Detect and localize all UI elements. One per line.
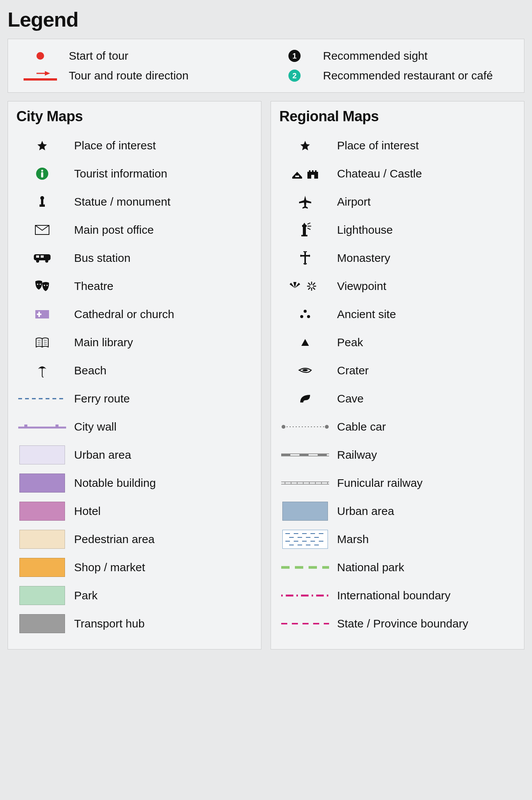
notable-swatch-icon bbox=[16, 474, 69, 493]
legend-label: Ancient site bbox=[337, 308, 516, 321]
svg-point-23 bbox=[46, 285, 48, 286]
legend-label: Statue / monument bbox=[74, 195, 253, 209]
park-swatch-icon bbox=[16, 586, 69, 605]
svg-line-43 bbox=[307, 223, 310, 224]
regional-item-state: State / Province boundary bbox=[277, 610, 518, 638]
regional-item-lighthouse: Lighthouse bbox=[277, 216, 518, 244]
start-dot-icon bbox=[19, 48, 61, 63]
info-icon bbox=[16, 164, 69, 183]
legend-label: Cable car bbox=[337, 420, 516, 434]
svg-point-64 bbox=[325, 425, 329, 429]
legend-label: Park bbox=[74, 589, 253, 602]
cablecar-line-icon bbox=[279, 417, 332, 436]
crater-icon bbox=[279, 361, 332, 380]
city-item-poi: Place of interest bbox=[14, 131, 255, 160]
svg-point-9 bbox=[41, 170, 43, 171]
legend-label: Urban area bbox=[337, 505, 516, 518]
regional-item-poi: Place of interest bbox=[277, 131, 518, 160]
legend-label: Peak bbox=[337, 336, 516, 349]
city-maps-panel: City Maps Place of interest Tourist info… bbox=[8, 101, 261, 650]
city-item-theatre: Theatre bbox=[14, 272, 255, 300]
legend-columns: City Maps Place of interest Tourist info… bbox=[8, 101, 524, 650]
svg-point-61 bbox=[302, 369, 308, 371]
legend-label: Bus station bbox=[74, 252, 253, 265]
national-park-line-icon bbox=[279, 558, 332, 577]
svg-line-28 bbox=[38, 342, 41, 342]
legend-item-start: Start of tour bbox=[19, 46, 258, 66]
svg-rect-17 bbox=[41, 255, 44, 258]
svg-rect-10 bbox=[41, 172, 43, 177]
legend-label: Shop / market bbox=[74, 561, 253, 574]
numbered-marker-teal-icon: 2 bbox=[274, 68, 315, 83]
castle-icon bbox=[279, 164, 332, 183]
svg-line-31 bbox=[44, 342, 47, 342]
city-item-transport: Transport hub bbox=[14, 610, 255, 638]
bus-icon bbox=[16, 249, 69, 268]
viewpoint-icon bbox=[279, 277, 332, 296]
legend-label: Start of tour bbox=[69, 49, 258, 62]
city-item-church: Cathedral or church bbox=[14, 300, 255, 328]
ferry-line-icon bbox=[16, 389, 69, 408]
svg-marker-5 bbox=[45, 71, 50, 76]
urban-swatch-icon bbox=[16, 445, 69, 464]
svg-text:1: 1 bbox=[292, 52, 296, 60]
svg-rect-16 bbox=[36, 255, 39, 258]
book-icon bbox=[16, 333, 69, 352]
legend-label: Ferry route bbox=[74, 392, 253, 406]
airplane-icon bbox=[279, 192, 332, 211]
legend-label: Cathedral or church bbox=[74, 308, 253, 321]
legend-label: Monastery bbox=[337, 252, 516, 265]
svg-marker-42 bbox=[303, 223, 306, 225]
shop-swatch-icon bbox=[16, 558, 69, 577]
svg-rect-37 bbox=[55, 425, 59, 428]
city-item-hotel: Hotel bbox=[14, 497, 255, 525]
regional-item-urban: Urban area bbox=[277, 497, 518, 525]
city-item-bus: Bus station bbox=[14, 244, 255, 272]
state-boundary-line-icon bbox=[279, 614, 332, 633]
city-item-urban: Urban area bbox=[14, 441, 255, 469]
legend-label: National park bbox=[337, 561, 516, 574]
svg-point-21 bbox=[40, 284, 41, 285]
regional-item-viewpoint: Viewpoint bbox=[277, 272, 518, 300]
svg-line-56 bbox=[313, 283, 315, 285]
funicular-line-icon bbox=[279, 474, 332, 493]
legend-label: Tour and route direction bbox=[69, 69, 258, 82]
legend-label: Transport hub bbox=[74, 617, 253, 630]
city-item-library: Main library bbox=[14, 328, 255, 356]
svg-point-58 bbox=[300, 315, 303, 318]
svg-point-20 bbox=[37, 284, 38, 285]
regional-maps-panel: Regional Maps Place of interest Cha bbox=[271, 101, 524, 650]
pedestrian-swatch-icon bbox=[16, 530, 69, 549]
lighthouse-icon bbox=[279, 220, 332, 239]
regional-item-crater: Crater bbox=[277, 356, 518, 385]
svg-line-30 bbox=[44, 340, 47, 341]
legend-label: Cave bbox=[337, 392, 516, 406]
regional-item-cave: Cave bbox=[277, 385, 518, 413]
legend-label: Lighthouse bbox=[337, 223, 516, 237]
svg-rect-26 bbox=[37, 314, 41, 315]
top-legend-panel: Start of tour 1 Recommended sight Tour a… bbox=[8, 39, 524, 93]
legend-label: Crater bbox=[337, 364, 516, 377]
regional-maps-heading: Regional Maps bbox=[279, 108, 518, 125]
legend-label: City wall bbox=[74, 420, 253, 434]
hotel-swatch-icon bbox=[16, 502, 69, 521]
legend-label: Chateau / Castle bbox=[337, 167, 516, 181]
statue-icon bbox=[16, 192, 69, 211]
svg-point-19 bbox=[45, 260, 48, 263]
legend-label: Beach bbox=[74, 364, 253, 377]
legend-label: Pedestrian area bbox=[74, 533, 253, 546]
svg-line-29 bbox=[38, 344, 41, 344]
city-item-statue: Statue / monument bbox=[14, 188, 255, 216]
page-title: Legend bbox=[8, 8, 524, 31]
legend-label: Recommended restaurant or café bbox=[323, 69, 513, 82]
envelope-icon bbox=[16, 220, 69, 239]
legend-label: Railway bbox=[337, 448, 516, 462]
svg-point-18 bbox=[36, 260, 39, 263]
cave-icon bbox=[279, 389, 332, 408]
legend-label: Hotel bbox=[74, 505, 253, 518]
legend-label: Viewpoint bbox=[337, 280, 516, 293]
theatre-masks-icon bbox=[16, 277, 69, 296]
cross-icon bbox=[279, 249, 332, 268]
legend-label: Marsh bbox=[337, 533, 516, 546]
church-icon bbox=[16, 305, 69, 324]
